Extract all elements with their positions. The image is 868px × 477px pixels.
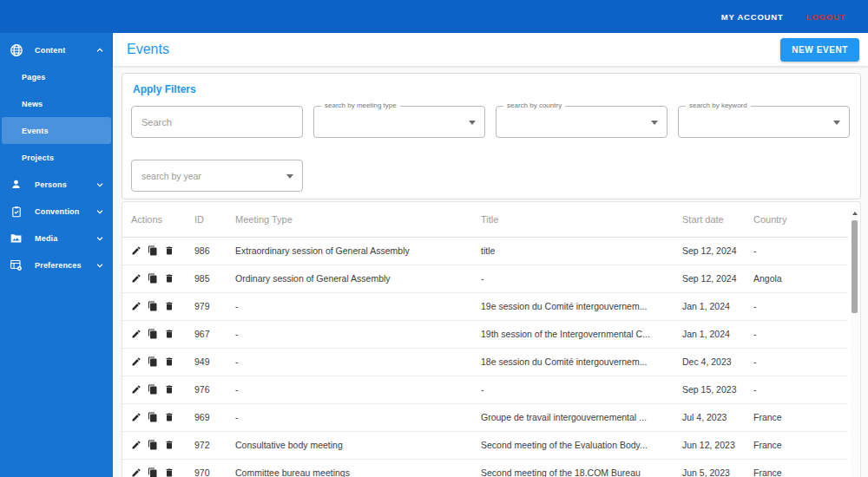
copy-icon[interactable]: [148, 384, 158, 395]
copy-icon[interactable]: [148, 412, 158, 422]
filters-panel: Apply Filters search by meeting type sea…: [122, 73, 861, 199]
cell-country: France: [745, 431, 848, 459]
new-event-button[interactable]: NEW EVENT: [780, 38, 859, 62]
cell-meeting-type: Ordinary session of General Assembly: [227, 265, 472, 292]
column-header-meeting-type: Meeting Type: [227, 202, 472, 237]
clipboard-icon: [9, 204, 23, 219]
edit-icon[interactable]: [131, 440, 141, 450]
meeting-type-select[interactable]: search by meeting type: [313, 106, 485, 138]
year-select[interactable]: search by year: [131, 160, 303, 192]
edit-icon[interactable]: [131, 245, 141, 256]
keyword-select[interactable]: search by keyword: [678, 106, 850, 138]
column-header-title: Title: [472, 202, 674, 237]
delete-icon[interactable]: [164, 467, 174, 477]
table-header-row: Actions ID Meeting Type Title Start date…: [122, 202, 848, 237]
delete-icon[interactable]: [164, 356, 174, 367]
filters-row-1: search by meeting type search by country…: [131, 106, 852, 138]
sidebar-item-events[interactable]: Events: [2, 117, 111, 144]
cell-meeting-type: Extraordinary session of General Assembl…: [227, 237, 472, 265]
cell-id: 979: [186, 292, 227, 320]
column-header-actions: Actions: [122, 202, 186, 237]
sidebar-item-label: Projects: [22, 154, 54, 162]
edit-icon[interactable]: [131, 384, 141, 395]
copy-icon[interactable]: [148, 245, 158, 256]
cell-start-date: Sep 12, 2024: [674, 237, 745, 265]
copy-icon[interactable]: [148, 301, 158, 311]
page-header: Events NEW EVENT: [113, 33, 868, 66]
dropdown-arrow-icon: [833, 121, 840, 125]
sidebar-item-projects[interactable]: Projects: [2, 144, 111, 171]
delete-icon[interactable]: [164, 273, 174, 284]
sidebar-group-preferences[interactable]: Preferences: [0, 252, 113, 278]
cell-id: 969: [186, 403, 227, 431]
scrollbar-thumb[interactable]: [852, 220, 858, 313]
cell-title: -: [472, 376, 674, 403]
sidebar-group-persons[interactable]: Persons: [0, 171, 113, 198]
delete-icon[interactable]: [164, 301, 174, 311]
cell-country: -: [745, 237, 848, 265]
edit-icon[interactable]: [131, 412, 141, 422]
cell-title: 19e session du Comité intergouvernem...: [472, 292, 674, 320]
search-input[interactable]: [131, 106, 303, 138]
dropdown-arrow-icon: [469, 121, 476, 125]
delete-icon[interactable]: [164, 440, 174, 450]
edit-icon[interactable]: [131, 329, 141, 339]
edit-icon[interactable]: [131, 273, 141, 284]
cell-country: -: [745, 376, 848, 403]
my-account-button[interactable]: MY ACCOUNT: [721, 12, 784, 22]
cell-country: France: [745, 459, 848, 477]
sidebar-item-label: Pages: [22, 73, 46, 82]
delete-icon[interactable]: [164, 412, 174, 422]
cell-start-date: Sep 15, 2023: [674, 376, 745, 403]
dropdown-arrow-icon: [286, 174, 293, 179]
logout-button[interactable]: LOGOUT: [806, 12, 845, 22]
table-row: 976 - - Sep 15, 2023 -: [122, 376, 848, 403]
sidebar-group-content[interactable]: Content: [0, 36, 113, 63]
cell-country: -: [745, 320, 848, 348]
chevron-up-icon: [95, 46, 104, 55]
events-table: Actions ID Meeting Type Title Start date…: [122, 202, 848, 477]
copy-icon[interactable]: [148, 356, 158, 367]
table-row: 969 - Groupe de travail intergouvernemen…: [122, 403, 848, 431]
year-select-label: search by year: [141, 171, 201, 181]
cell-country: -: [745, 292, 848, 320]
sidebar-group-label: Persons: [35, 180, 67, 189]
delete-icon[interactable]: [164, 384, 174, 395]
scrollbar-up-arrow-icon[interactable]: [852, 212, 858, 215]
cell-title: Second meeting of the 18.COM Bureau: [472, 459, 674, 477]
copy-icon[interactable]: [148, 329, 158, 339]
filters-heading: Apply Filters: [133, 83, 852, 95]
sidebar-group-convention[interactable]: Convention: [0, 198, 113, 225]
cell-title: -: [472, 265, 674, 292]
cell-meeting-type: -: [227, 320, 472, 348]
copy-icon[interactable]: [148, 440, 158, 450]
sidebar-group-label: Content: [35, 46, 65, 55]
sidebar-item-news[interactable]: News: [2, 90, 111, 117]
edit-icon[interactable]: [131, 356, 141, 367]
cell-title: Groupe de travail intergouvernemental ..…: [472, 403, 674, 431]
edit-icon[interactable]: [131, 467, 141, 477]
table-row: 972 Consultative body meeting Second mee…: [122, 431, 848, 459]
meeting-type-select-label: search by meeting type: [321, 101, 400, 110]
cell-start-date: Jun 12, 2023: [674, 431, 745, 459]
cell-title: 18e session du Comité intergouvernem...: [472, 348, 674, 376]
copy-icon[interactable]: [148, 273, 158, 284]
cell-id: 970: [186, 459, 227, 477]
delete-icon[interactable]: [164, 245, 174, 256]
cell-country: -: [745, 348, 848, 376]
sidebar-group-media[interactable]: Media: [0, 225, 113, 252]
person-icon: [9, 177, 23, 192]
country-select[interactable]: search by country: [496, 106, 667, 138]
column-header-country: Country: [745, 202, 848, 237]
sidebar-item-label: News: [22, 100, 43, 108]
filters-row-2: search by year: [131, 160, 852, 192]
chevron-down-icon: [95, 180, 104, 189]
table-scrollbar: [851, 209, 858, 477]
edit-icon[interactable]: [131, 301, 141, 311]
delete-icon[interactable]: [164, 329, 174, 339]
sidebar-item-pages[interactable]: Pages: [2, 63, 111, 90]
cell-title: 19th session of the Intergovernmental C.…: [472, 320, 674, 348]
cell-meeting-type: -: [227, 348, 472, 376]
column-header-id: ID: [186, 202, 227, 237]
copy-icon[interactable]: [148, 467, 158, 477]
